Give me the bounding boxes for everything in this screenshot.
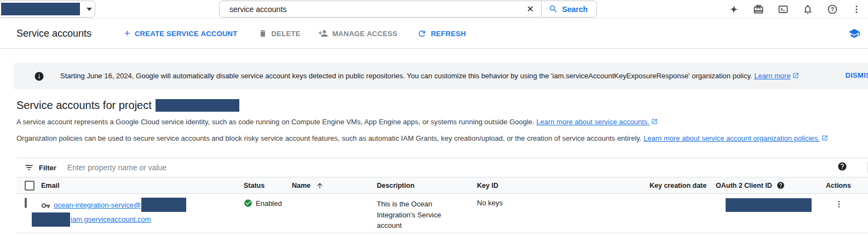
help-button[interactable]: ? (827, 4, 838, 15)
org-policy-text: Organization policies can be used to sec… (16, 134, 641, 142)
column-header-oauth2-client-id[interactable]: OAuth 2 Client ID (716, 182, 772, 189)
clear-search-button[interactable]: ✕ (519, 1, 541, 17)
search-icon (549, 4, 558, 14)
select-all-checkbox[interactable] (25, 181, 35, 191)
refresh-button[interactable]: REFRESH (417, 29, 466, 38)
banner-message: Starting June 16, 2024, Google will auto… (60, 72, 799, 80)
redacted-oauth2-client-id (726, 198, 812, 212)
notifications-button[interactable] (802, 4, 813, 15)
gemini-button[interactable] (728, 4, 739, 15)
help-filled-icon (837, 162, 847, 171)
column-header-key-id[interactable]: Key ID (477, 182, 498, 189)
key-icon (41, 201, 50, 210)
description-cell: This is the Ocean Integration's Service … (377, 194, 477, 231)
create-service-account-button[interactable]: + CREATE SERVICE ACCOUNT (124, 30, 237, 38)
search-box: ✕ Search (219, 1, 597, 18)
column-header-email[interactable]: Email (41, 182, 59, 189)
refresh-icon (417, 29, 427, 38)
manage-access-label: MANAGE ACCESS (332, 30, 398, 38)
cloud-shell-icon (778, 4, 789, 15)
service-account-email-link[interactable]: ocean-integration-service@ (54, 200, 141, 211)
intro-paragraph: A service account represents a Google Cl… (16, 118, 868, 126)
key-creation-date-cell (649, 194, 716, 199)
banner-message-text: Starting June 16, 2024, Google will auto… (60, 72, 752, 80)
intro-text: A service account represents a Google Cl… (16, 118, 534, 126)
status-badge: Enabled (256, 199, 282, 208)
column-header-status[interactable]: Status (244, 182, 265, 189)
actions-cell (826, 194, 860, 211)
row-actions-button[interactable] (831, 199, 847, 211)
filter-help-button[interactable] (837, 162, 847, 174)
key-id-cell: No keys (477, 194, 649, 207)
search-button-label: Search (562, 5, 588, 14)
chevron-down-icon (87, 8, 92, 11)
cloud-shell-button[interactable] (778, 4, 789, 15)
create-service-account-label: CREATE SERVICE ACCOUNT (135, 30, 238, 38)
close-icon: ✕ (527, 4, 534, 14)
service-accounts-table: Filter Email Status Name Description Key… (16, 158, 868, 233)
more-vertical-icon (852, 4, 861, 14)
dismiss-button[interactable]: DISMISS (845, 71, 868, 79)
learning-button[interactable] (848, 27, 860, 39)
trash-icon (258, 29, 267, 38)
external-link-icon (792, 72, 799, 80)
check-circle-icon (244, 199, 252, 208)
service-account-email-link[interactable]: iam.gserviceaccount.com (71, 214, 151, 225)
oauth2-help-button[interactable] (777, 181, 785, 189)
redacted-project-name (1, 3, 80, 15)
section-heading: Service accounts for project (16, 99, 868, 112)
search-input[interactable] (220, 5, 519, 14)
section-heading-text: Service accounts for project (16, 99, 152, 112)
more-options-button[interactable] (852, 4, 861, 14)
redacted-email-part (32, 212, 70, 227)
email-cell: ocean-integration-service@ iam.gservicea… (41, 194, 244, 227)
learn-more-service-accounts-link[interactable]: Learn more about service accounts. (536, 118, 649, 126)
redacted-email-part (141, 198, 186, 212)
project-selector[interactable] (0, 1, 95, 18)
graduation-cap-icon (848, 27, 860, 39)
filter-label: Filter (39, 164, 56, 172)
help-filled-icon (777, 181, 785, 189)
column-header-description[interactable]: Description (377, 182, 415, 189)
free-trial-button[interactable] (753, 4, 764, 15)
top-app-bar: ✕ Search ? (0, 0, 868, 19)
help-icon: ? (827, 4, 838, 15)
column-header-key-creation-date[interactable]: Key creation date (649, 182, 706, 189)
manage-access-button[interactable]: MANAGE ACCESS (318, 28, 398, 38)
plus-icon: + (124, 30, 130, 37)
search-button[interactable]: Search (541, 1, 596, 17)
name-cell (292, 194, 377, 199)
svg-text:?: ? (831, 7, 834, 13)
external-link-icon (651, 118, 658, 126)
filter-input[interactable] (67, 163, 837, 172)
person-add-icon (318, 28, 328, 38)
org-policy-paragraph: Organization policies can be used to sec… (16, 134, 868, 143)
row-checkbox[interactable] (25, 198, 27, 208)
filter-bar: Filter (16, 158, 868, 177)
banner-learn-more-link[interactable]: Learn more (754, 72, 790, 80)
table-header-row: Email Status Name Description Key ID Key… (16, 177, 868, 194)
filter-icon (24, 163, 34, 172)
page-toolbar: Service accounts + CREATE SERVICE ACCOUN… (0, 19, 868, 49)
info-icon (34, 71, 44, 82)
external-link-icon (821, 135, 828, 143)
more-vertical-icon (835, 200, 843, 209)
info-banner: Starting June 16, 2024, Google will auto… (14, 63, 868, 89)
column-header-actions: Actions (826, 182, 851, 189)
delete-label: DELETE (272, 30, 301, 38)
gemini-sparkle-icon (728, 4, 739, 15)
learn-more-org-policies-link[interactable]: Learn more about service account organiz… (643, 134, 820, 142)
redacted-project-id (156, 99, 239, 112)
oauth2-client-id-cell (716, 194, 826, 212)
sort-ascending-icon[interactable] (316, 182, 324, 189)
description-text: This is the Ocean Integration's Service … (377, 199, 449, 231)
gift-icon (753, 4, 764, 15)
refresh-label: REFRESH (431, 30, 466, 38)
page-title: Service accounts (16, 28, 91, 39)
topbar-icon-group: ? (728, 0, 861, 19)
key-id-text: No keys (477, 199, 503, 207)
delete-button[interactable]: DELETE (258, 29, 301, 38)
table-row: ocean-integration-service@ iam.gservicea… (16, 194, 868, 233)
column-header-name[interactable]: Name (292, 182, 311, 189)
status-cell: Enabled (244, 194, 292, 208)
